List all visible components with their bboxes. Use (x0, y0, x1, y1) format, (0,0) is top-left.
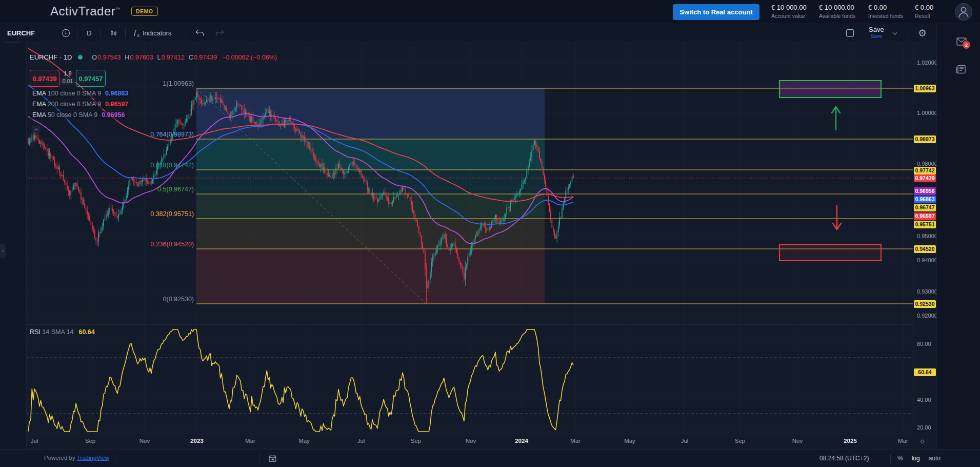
ema-100-legend[interactable]: EMA 100 close 0 SMA 90.96863 (30, 89, 131, 98)
divider (908, 28, 908, 38)
rsi-pane (27, 329, 913, 432)
settings-gear-icon[interactable]: ⚙ (918, 24, 927, 42)
add-symbol-icon[interactable] (61, 24, 71, 42)
news-icon[interactable] (955, 63, 968, 77)
high-value: 0.97603 (130, 54, 153, 61)
fib-level-label: 0.382(0.95751) (78, 210, 194, 218)
high-label: H (125, 54, 129, 61)
divider (77, 28, 77, 38)
ema-value: 0.96597 (105, 101, 128, 108)
top-bar: ActivTrader™ DEMO Switch to Real account… (0, 0, 980, 24)
ema-value: 0.96863 (105, 90, 128, 97)
support-zone-rect[interactable] (779, 245, 881, 261)
rsi-line[interactable] (28, 329, 573, 432)
scale-options: % log auto (897, 455, 941, 462)
trademark: ™ (115, 7, 121, 12)
divider (186, 28, 186, 38)
divider (259, 454, 259, 463)
log-scale-button[interactable]: log (912, 455, 920, 462)
price-tick: 0.98000 (917, 161, 937, 167)
close-label: C (189, 54, 193, 61)
fx-icon: ƒx (133, 28, 139, 38)
price-badge: 0.96597 (914, 212, 936, 220)
chart-area[interactable]: EURCHF · 1D O0.97543 H0.97603 L0.97412 C… (27, 42, 936, 449)
divider (116, 454, 116, 463)
fib-level-label: 0.764(0.98973) (78, 131, 194, 138)
ema-200-legend[interactable]: EMA 200 close 0 SMA 90.96597 (30, 100, 131, 109)
available-funds: € 10 000.00 (819, 4, 855, 11)
legend-symbol-interval[interactable]: EURCHF · 1D (30, 53, 72, 61)
fib-level-label: 0(0.92530) (78, 296, 194, 303)
pip-value: 0.01 (60, 77, 75, 85)
percent-scale-button[interactable]: % (897, 455, 903, 462)
drawing-shapes[interactable] (779, 81, 881, 261)
fib-level-label: 1(1.00963) (78, 80, 194, 87)
auto-scale-button[interactable]: auto (929, 455, 941, 462)
rsi-legend[interactable]: RSI 14 SMA 1460.64 (30, 328, 95, 336)
interval-button[interactable]: D (87, 24, 91, 42)
indicators-button[interactable]: ƒx Indicators (133, 24, 171, 42)
sell-bid-button[interactable]: 0.97439 (30, 70, 59, 87)
rsi-badge: 60.64 (914, 368, 936, 376)
close-value: 0.97439 (194, 54, 217, 61)
layout-box-icon[interactable] (846, 24, 854, 42)
theme-sun-icon[interactable]: ☼ (919, 436, 926, 445)
save-button[interactable]: Save Save (869, 24, 884, 42)
redo-icon[interactable] (214, 24, 225, 42)
spread-value: 1.8 (59, 70, 76, 76)
tradingview-link[interactable]: TradingView (77, 455, 109, 461)
chart-style-icon[interactable] (109, 24, 118, 42)
result-value: € 0.00 (915, 4, 933, 11)
price-axis[interactable]: 1.020001.000000.980000.950000.940000.930… (913, 42, 936, 434)
legend-collapse-chevron[interactable] (32, 125, 41, 132)
invested-funds-stat: € 0.00 Invested funds (868, 4, 903, 19)
available-funds-stat: € 10 000.00 Available funds (819, 4, 855, 19)
divider (125, 28, 126, 38)
fib-level-label: 0.5(0.96747) (78, 186, 194, 193)
price-tick: 0.93000 (917, 288, 937, 295)
clock: 08:24:58 (UTC+2) (819, 455, 869, 462)
footer-bar: Powered by TradingView 08:24:58 (UTC+2) … (0, 449, 980, 467)
price-badge: 0.95751 (914, 221, 936, 228)
open-value: 0.97543 (97, 54, 121, 61)
symbol-button[interactable]: EURCHF (7, 24, 35, 42)
time-tick: May (624, 438, 635, 444)
activtrader-app: ActivTrader™ DEMO Switch to Real account… (0, 0, 980, 467)
price-badge: 0.94520 (914, 245, 936, 253)
price-badge: 0.97742 (914, 167, 936, 174)
chart-legend: EURCHF · 1D O0.97543 H0.97603 L0.97412 C… (30, 53, 277, 61)
user-avatar[interactable] (955, 3, 972, 21)
ema-value: 0.96956 (102, 111, 125, 119)
account-value: € 10 000.00 (771, 4, 807, 11)
chevron-down-icon[interactable] (891, 24, 898, 42)
demo-badge: DEMO (131, 7, 158, 16)
price-tick: 1.00000 (917, 110, 937, 116)
watchlist-expand-handle[interactable]: › (0, 244, 6, 258)
time-axis[interactable]: JulSepNov2023MarMayJulSepNov2024MarMayJu… (27, 434, 913, 449)
ema-50-legend[interactable]: EMA 50 close 0 SMA 90.96956 (30, 111, 127, 120)
time-tick: Nov (792, 438, 803, 444)
arrow-down-annotation[interactable] (833, 206, 841, 229)
arrow-up-annotation[interactable] (832, 107, 840, 130)
undo-icon[interactable] (195, 24, 205, 42)
result-label: Result (915, 13, 933, 19)
price-badge: 0.96956 (914, 187, 936, 195)
mail-icon[interactable]: 2 (955, 35, 968, 50)
time-tick: Sep (85, 438, 95, 444)
divider (101, 28, 101, 38)
price-badge: 0.92530 (914, 300, 936, 308)
price-tick: 0.95000 (917, 233, 937, 239)
rsi-value: 60.64 (78, 328, 94, 336)
time-tick: Sep (411, 438, 421, 444)
price-badge: 0.96863 (914, 196, 936, 203)
time-tick: Mar (570, 438, 581, 444)
mail-unread-badge: 2 (963, 41, 970, 49)
switch-to-real-account-button[interactable]: Switch to Real account (673, 4, 759, 20)
rsi-tick: 80.00 (917, 341, 931, 347)
divider (890, 454, 891, 463)
account-value-stat: € 10 000.00 Account value (771, 4, 807, 19)
go-to-date-icon[interactable] (268, 454, 277, 465)
powered-by: Powered by TradingView (44, 455, 109, 461)
time-tick: Sep (735, 438, 745, 444)
resistance-zone-rect[interactable] (779, 81, 881, 98)
